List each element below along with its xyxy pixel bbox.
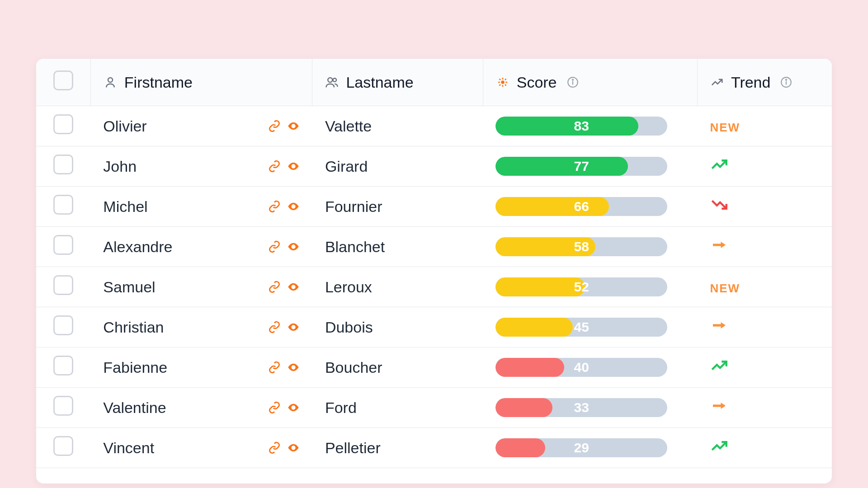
lastname-cell: Ford — [325, 399, 357, 416]
link-icon[interactable] — [268, 281, 281, 293]
table-row: Christian Dubois 45 — [36, 307, 832, 347]
link-icon[interactable] — [268, 321, 281, 333]
svg-point-13 — [292, 246, 295, 248]
select-all-checkbox[interactable] — [53, 70, 73, 90]
row-checkbox[interactable] — [53, 396, 73, 416]
eye-icon[interactable] — [287, 160, 300, 173]
score-value: 58 — [495, 237, 667, 256]
link-icon[interactable] — [268, 160, 281, 173]
score-bar: 77 — [495, 157, 667, 176]
table-row: Alexandre Blanchet 58 — [36, 227, 832, 267]
svg-point-1 — [328, 78, 333, 82]
svg-point-0 — [108, 78, 113, 82]
person-icon — [104, 75, 117, 89]
svg-point-2 — [333, 78, 337, 82]
info-icon[interactable] — [567, 76, 579, 88]
score-value: 77 — [495, 157, 667, 176]
svg-point-15 — [292, 286, 295, 288]
row-checkbox[interactable] — [53, 114, 73, 134]
eye-icon[interactable] — [287, 441, 300, 454]
table-row: Samuel Leroux 52 NEW — [36, 267, 832, 307]
firstname-cell: Valentine — [103, 399, 166, 417]
firstname-cell: Alexandre — [103, 238, 172, 256]
firstname-cell: Christian — [103, 319, 164, 336]
svg-point-16 — [292, 326, 295, 328]
lastname-cell: Dubois — [325, 319, 373, 336]
row-checkbox[interactable] — [53, 315, 73, 335]
row-checkbox[interactable] — [53, 155, 73, 174]
score-value: 45 — [495, 318, 667, 337]
eye-icon[interactable] — [287, 200, 300, 213]
score-value: 40 — [495, 358, 667, 377]
score-bar: 29 — [495, 438, 667, 457]
eye-icon[interactable] — [287, 361, 300, 374]
table-row: Michel Fournier 66 — [36, 187, 832, 227]
svg-point-9 — [786, 80, 787, 80]
firstname-cell: Vincent — [103, 439, 154, 457]
row-checkbox[interactable] — [53, 275, 73, 295]
lastname-cell: Leroux — [325, 278, 372, 296]
score-bar: 66 — [495, 197, 667, 216]
header-trend-label: Trend — [731, 74, 771, 91]
people-icon — [325, 75, 339, 89]
table-row: Fabienne Boucher 40 — [36, 347, 832, 388]
score-bar: 33 — [495, 398, 667, 417]
eye-icon[interactable] — [287, 281, 300, 293]
header-lastname[interactable]: Lastname — [312, 59, 483, 106]
score-value: 33 — [495, 398, 667, 417]
link-icon[interactable] — [268, 441, 281, 454]
table-row: Olivier Valette 83 NEW — [36, 106, 832, 146]
trend-header-icon — [710, 75, 724, 89]
score-bar: 58 — [495, 237, 667, 256]
data-table-card: Firstname Lastname Score — [36, 59, 832, 483]
lastname-cell: Valette — [325, 117, 372, 135]
trend-down-icon — [710, 195, 729, 214]
score-bar: 52 — [495, 277, 667, 296]
table-row: Valentine Ford 33 — [36, 388, 832, 428]
score-bar: 45 — [495, 318, 667, 337]
firstname-cell: John — [103, 158, 137, 175]
firstname-cell: Olivier — [103, 117, 146, 135]
trend-up-icon — [710, 356, 729, 375]
link-icon[interactable] — [268, 120, 281, 132]
lastname-cell: Boucher — [325, 359, 382, 376]
svg-point-12 — [292, 206, 295, 208]
lastname-cell: Blanchet — [325, 238, 385, 255]
trend-up-icon — [710, 155, 729, 174]
trend-flat-icon — [710, 316, 729, 335]
row-checkbox[interactable] — [53, 195, 73, 215]
svg-point-19 — [292, 407, 295, 409]
link-icon[interactable] — [268, 200, 281, 213]
header-firstname[interactable]: Firstname — [90, 59, 312, 106]
link-icon[interactable] — [268, 240, 281, 253]
trend-up-icon — [710, 436, 729, 455]
header-trend[interactable]: Trend — [697, 59, 832, 106]
header-score-label: Score — [517, 74, 557, 91]
score-value: 29 — [495, 438, 667, 457]
firstname-cell: Samuel — [103, 278, 155, 296]
score-value: 83 — [495, 117, 667, 136]
trend-flat-icon — [710, 396, 729, 415]
eye-icon[interactable] — [287, 321, 300, 333]
trend-new-badge: NEW — [710, 121, 740, 134]
header-score[interactable]: Score — [483, 59, 697, 106]
eye-icon[interactable] — [287, 401, 300, 414]
info-icon[interactable] — [780, 76, 792, 88]
trend-new-badge: NEW — [710, 282, 740, 295]
score-value: 66 — [495, 197, 667, 216]
lastname-cell: Pelletier — [325, 439, 381, 456]
score-bar: 83 — [495, 117, 667, 136]
svg-point-3 — [501, 81, 504, 84]
trend-flat-icon — [710, 235, 729, 254]
firstname-cell: Fabienne — [103, 359, 167, 376]
lastname-cell: Fournier — [325, 198, 382, 215]
link-icon[interactable] — [268, 401, 281, 414]
svg-point-6 — [572, 80, 573, 80]
eye-icon[interactable] — [287, 240, 300, 253]
target-icon — [496, 75, 509, 89]
link-icon[interactable] — [268, 361, 281, 374]
row-checkbox[interactable] — [53, 235, 73, 255]
eye-icon[interactable] — [287, 120, 300, 132]
row-checkbox[interactable] — [53, 356, 73, 375]
row-checkbox[interactable] — [53, 436, 73, 456]
